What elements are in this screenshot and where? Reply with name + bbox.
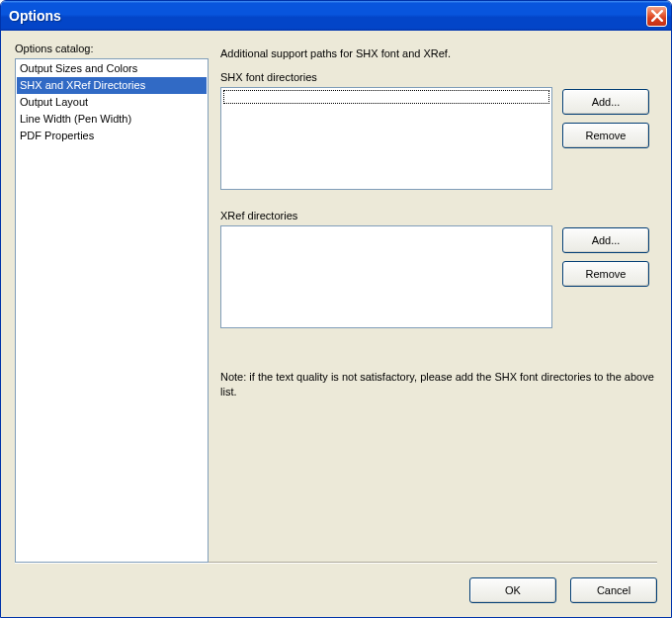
- xref-buttons: Add... Remove: [562, 225, 649, 328]
- catalog-item-output-layout[interactable]: Output Layout: [17, 94, 207, 111]
- catalog-item-line-width[interactable]: Line Width (Pen Width): [17, 111, 207, 128]
- note-text: Note: if the text quality is not satisfa…: [220, 370, 657, 399]
- close-icon: [651, 10, 663, 22]
- catalog-item-pdf-properties[interactable]: PDF Properties: [17, 128, 207, 144]
- catalog-item-output-sizes-colors[interactable]: Output Sizes and Colors: [17, 60, 207, 77]
- xref-directories-list[interactable]: [220, 225, 552, 328]
- left-column: Options catalog: Output Sizes and Colors…: [15, 43, 209, 563]
- window-title: Options: [9, 8, 646, 24]
- shx-section: Add... Remove: [220, 87, 657, 190]
- titlebar: Options: [1, 1, 671, 31]
- shx-label: SHX font directories: [220, 71, 657, 83]
- shx-remove-button[interactable]: Remove: [562, 123, 649, 148]
- xref-label: XRef directories: [220, 210, 657, 221]
- shx-directories-list[interactable]: [220, 87, 552, 190]
- panel-intro: Additional support paths for SHX font an…: [220, 47, 657, 59]
- ok-button[interactable]: OK: [469, 577, 556, 603]
- dialog-body: Options catalog: Output Sizes and Colors…: [1, 31, 671, 563]
- catalog-label: Options catalog:: [15, 43, 209, 54]
- xref-remove-button[interactable]: Remove: [562, 261, 649, 287]
- options-dialog: Options Options catalog: Output Sizes an…: [0, 0, 672, 618]
- right-panel: Additional support paths for SHX font an…: [220, 43, 657, 563]
- shx-buttons: Add... Remove: [562, 87, 649, 190]
- dialog-footer: OK Cancel: [15, 563, 657, 617]
- close-button[interactable]: [646, 6, 667, 27]
- xref-add-button[interactable]: Add...: [562, 227, 649, 253]
- cancel-button[interactable]: Cancel: [570, 577, 657, 603]
- catalog-item-shx-xref-directories[interactable]: SHX and XRef Directories: [17, 77, 207, 94]
- xref-section: Add... Remove: [220, 225, 657, 328]
- shx-list-focus-row: [223, 90, 549, 104]
- shx-add-button[interactable]: Add...: [562, 89, 649, 115]
- options-catalog-list[interactable]: Output Sizes and Colors SHX and XRef Dir…: [15, 58, 209, 563]
